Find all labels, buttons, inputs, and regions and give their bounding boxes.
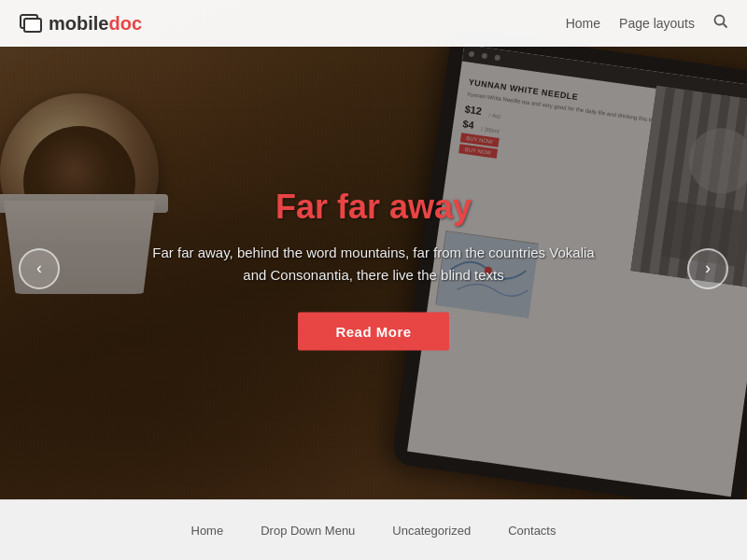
footer-nav-uncategorized[interactable]: Uncategorized — [392, 524, 471, 538]
hero-section: YUNNAN WHITE NEEDLE Yunnan White Needle … — [0, 0, 747, 499]
site-header: mobiledoc Home Page layouts — [0, 0, 747, 47]
footer-nav: Home Drop Down Menu Uncategorized Contac… — [0, 499, 747, 560]
carousel-next-button[interactable]: › — [687, 248, 728, 289]
main-nav: Home Page layouts — [566, 14, 728, 33]
hero-cta-button[interactable]: Read More — [298, 312, 448, 350]
hero-title: Far far away — [140, 187, 607, 226]
hero-subtitle: Far far away, behind the word mountains,… — [140, 241, 607, 286]
logo-icon — [19, 13, 45, 34]
search-icon — [713, 14, 728, 29]
footer-nav-home[interactable]: Home — [191, 524, 224, 538]
chevron-left-icon: ‹ — [36, 259, 42, 278]
search-button[interactable] — [713, 14, 728, 33]
svg-point-2 — [715, 16, 725, 25]
footer-nav-dropdown[interactable]: Drop Down Menu — [261, 524, 355, 538]
nav-home[interactable]: Home — [566, 16, 600, 31]
logo-accent: doc — [108, 13, 142, 35]
site-logo[interactable]: mobiledoc — [19, 13, 142, 35]
carousel-prev-button[interactable]: ‹ — [19, 248, 60, 289]
logo-text: mobile — [49, 13, 108, 35]
chevron-right-icon: › — [705, 259, 711, 278]
footer-nav-contacts[interactable]: Contacts — [508, 524, 556, 538]
nav-page-layouts[interactable]: Page layouts — [619, 16, 695, 31]
svg-line-3 — [724, 24, 727, 28]
svg-rect-1 — [24, 19, 41, 32]
hero-content: Far far away Far far away, behind the wo… — [140, 187, 607, 350]
